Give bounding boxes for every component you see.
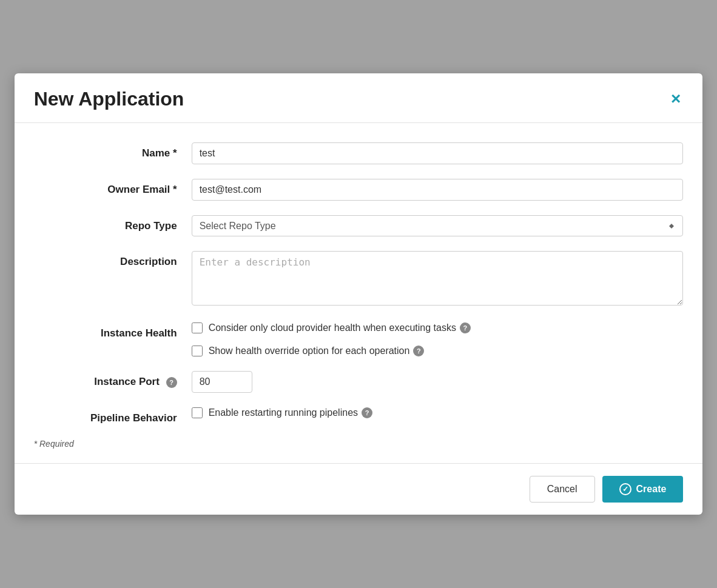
instance-health-option2-row: Show health override option for each ope… bbox=[192, 346, 684, 356]
instance-port-input[interactable] bbox=[192, 371, 252, 393]
instance-health-override-help-icon[interactable]: ? bbox=[413, 346, 424, 356]
description-field-group: Description bbox=[34, 251, 684, 308]
name-input[interactable] bbox=[192, 142, 684, 164]
modal-title: New Application bbox=[34, 88, 184, 110]
modal-body: Name * Owner Email * Repo Type Select Re… bbox=[15, 123, 703, 463]
pipeline-behavior-options: Enable restarting running pipelines ? bbox=[192, 407, 684, 418]
new-application-modal: New Application × Name * Owner Email * R… bbox=[15, 73, 703, 515]
repo-type-field-group: Repo Type Select Repo Type GitHub GitLab… bbox=[34, 215, 684, 236]
repo-type-label: Repo Type bbox=[34, 215, 192, 232]
pipeline-restart-label: Enable restarting running pipelines ? bbox=[209, 407, 372, 418]
required-note: * Required bbox=[34, 439, 684, 449]
instance-health-field-group: Instance Health Consider only cloud prov… bbox=[34, 322, 684, 356]
pipeline-restart-checkbox[interactable] bbox=[192, 407, 203, 418]
instance-port-label: Instance Port ? bbox=[34, 371, 192, 388]
owner-email-input-wrap bbox=[192, 179, 684, 201]
modal-header: New Application × bbox=[15, 73, 703, 123]
modal-footer: Cancel Create bbox=[15, 463, 703, 515]
instance-health-override-label: Show health override option for each ope… bbox=[209, 346, 425, 356]
instance-port-field-group: Instance Port ? bbox=[34, 371, 684, 393]
description-label: Description bbox=[34, 251, 192, 268]
instance-health-override-checkbox[interactable] bbox=[192, 346, 203, 356]
instance-health-label: Instance Health bbox=[34, 322, 192, 339]
instance-health-options: Consider only cloud provider health when… bbox=[192, 322, 684, 356]
instance-health-option1-row: Consider only cloud provider health when… bbox=[192, 322, 684, 333]
close-button[interactable]: × bbox=[668, 88, 683, 110]
owner-email-field-group: Owner Email * bbox=[34, 179, 684, 201]
owner-email-label: Owner Email * bbox=[34, 179, 192, 196]
owner-email-input[interactable] bbox=[192, 179, 684, 201]
pipeline-behavior-label: Pipeline Behavior bbox=[34, 407, 192, 424]
description-textarea-wrap bbox=[192, 251, 684, 308]
description-textarea[interactable] bbox=[192, 251, 684, 306]
instance-health-cloud-checkbox[interactable] bbox=[192, 322, 203, 333]
pipeline-behavior-option1-row: Enable restarting running pipelines ? bbox=[192, 407, 684, 418]
name-field-group: Name * bbox=[34, 142, 684, 164]
instance-port-help-icon[interactable]: ? bbox=[166, 377, 177, 388]
cancel-button[interactable]: Cancel bbox=[530, 476, 595, 503]
instance-health-cloud-label: Consider only cloud provider health when… bbox=[209, 322, 471, 333]
pipeline-behavior-field-group: Pipeline Behavior Enable restarting runn… bbox=[34, 407, 684, 424]
repo-type-select-wrap: Select Repo Type GitHub GitLab Bitbucket bbox=[192, 215, 684, 236]
instance-port-input-wrap bbox=[192, 371, 684, 393]
instance-health-cloud-help-icon[interactable]: ? bbox=[460, 322, 471, 333]
create-button-label: Create bbox=[636, 484, 667, 495]
pipeline-restart-help-icon[interactable]: ? bbox=[362, 407, 372, 418]
create-button[interactable]: Create bbox=[602, 476, 684, 503]
name-input-wrap bbox=[192, 142, 684, 164]
create-check-icon bbox=[619, 483, 631, 495]
name-label: Name * bbox=[34, 142, 192, 159]
repo-type-select[interactable]: Select Repo Type GitHub GitLab Bitbucket bbox=[192, 215, 684, 236]
